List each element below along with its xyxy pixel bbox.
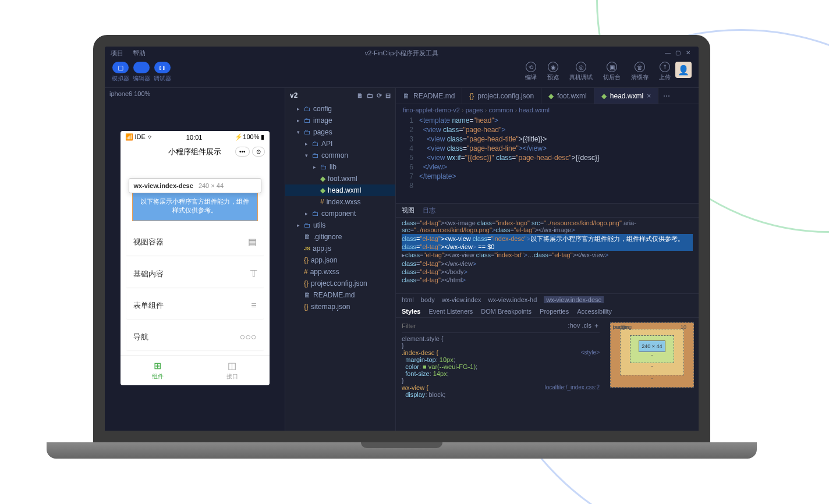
top-toolbar: ▢ 模拟器 编辑器 ⫾⫾ 调试器 ⟲编译 ◉预览 ◎真机调试 ▣切后台 🗑清缓存…	[105, 59, 699, 88]
tree-folder[interactable]: ▸🗀lib	[285, 161, 395, 173]
crumb[interactable]: common	[488, 107, 519, 113]
tree-folder[interactable]: ▸🗀component	[285, 208, 395, 219]
app-header: 小程序组件展示 ••• ⊙	[121, 143, 270, 161]
editor-tab[interactable]: 🗎README.md	[396, 88, 462, 104]
tree-file[interactable]: ◆foot.wxml	[285, 173, 395, 184]
toolbar-模拟器[interactable]: ▢ 模拟器	[112, 62, 129, 83]
close-icon[interactable]: ×	[647, 92, 651, 100]
element-breadcrumb: htmlbodywx-view.indexwx-view.index-hdwx-…	[396, 293, 699, 306]
styles-subtab[interactable]: Accessibility	[577, 308, 612, 315]
devtools-tab[interactable]: 日志	[423, 206, 435, 215]
laptop-base	[47, 442, 757, 459]
header-menu-button[interactable]: •••	[235, 147, 250, 157]
signal-indicator: 📶 IDE ᯤ	[125, 133, 154, 141]
menubar: 项目 帮助 v2-FinClip小程序开发工具 — ▢ ✕	[105, 47, 699, 59]
refresh-icon[interactable]: ⟳	[377, 92, 382, 100]
tree-file[interactable]: 🗎README.md	[285, 289, 395, 301]
devtools-tab[interactable]: 视图	[402, 206, 414, 215]
minimize-button[interactable]: —	[665, 49, 672, 56]
element-row[interactable]: ▸class="el-tag"><wx-view class="index-bd…	[402, 251, 693, 260]
toolbar-编辑器[interactable]: 编辑器	[133, 62, 150, 83]
tree-file[interactable]: {}sitemap.json	[285, 301, 395, 313]
list-item[interactable]: 基础内容𝕋	[126, 260, 264, 288]
tree-folder[interactable]: ▾🗀pages	[285, 126, 395, 138]
new-folder-icon[interactable]: 🗀	[367, 92, 373, 100]
tree-folder[interactable]: ▸🗀config	[285, 103, 395, 115]
styles-subtab[interactable]: Properties	[540, 308, 569, 315]
tool-真机调试[interactable]: ◎真机调试	[569, 62, 593, 81]
styles-subtab[interactable]: DOM Breakpoints	[481, 308, 532, 315]
tree-folder[interactable]: ▸🗀image	[285, 115, 395, 126]
file-explorer: v2 🗎 🗀 ⟳ ⊟ ▸🗀config ▸🗀image ▾🗀pages ▸🗀AP…	[285, 88, 396, 434]
editor-tab[interactable]: ◆foot.wxml	[541, 88, 594, 104]
hov-toggle[interactable]: :hov .cls ＋	[568, 321, 600, 330]
tree-file[interactable]: {}project.config.json	[285, 278, 395, 289]
tree-folder[interactable]: ▸🗀utils	[285, 219, 395, 231]
tree-file[interactable]: JSapp.js	[285, 243, 395, 254]
tool-清缓存[interactable]: 🗑清缓存	[631, 62, 649, 81]
toolbar-调试器[interactable]: ⫾⫾ 调试器	[154, 62, 171, 83]
window-title: v2-FinClip小程序开发工具	[105, 47, 699, 59]
element-row[interactable]: class="el-tag"><wx-view class="index-des…	[402, 234, 693, 251]
style-filter-input[interactable]	[402, 321, 568, 330]
menu-help[interactable]: 帮助	[133, 49, 146, 58]
styles-subtab[interactable]: Event Listeners	[428, 308, 473, 315]
list-item[interactable]: 导航○○○	[126, 324, 264, 350]
tree-file[interactable]: #index.wxss	[285, 196, 395, 208]
tree-file[interactable]: #app.wxss	[285, 266, 395, 278]
styles-subtab[interactable]: Styles	[402, 308, 420, 315]
crumb[interactable]: fino-applet-demo-v2	[403, 107, 466, 113]
breadcrumb: fino-applet-demo-v2pagescommonhead.wxml	[396, 104, 699, 116]
devtools: 视图日志 class="el-tag"><wx-image class="ind…	[396, 203, 699, 434]
element-crumb[interactable]: body	[421, 296, 435, 303]
list-item[interactable]: 表单组件≡	[126, 292, 264, 319]
tree-file[interactable]: 🗎.gitignore	[285, 231, 395, 243]
tool-切后台[interactable]: ▣切后台	[603, 62, 621, 81]
crumb[interactable]: head.wxml	[519, 107, 550, 113]
main-area: iphone6 100% 📶 IDE ᯤ 10:01 ⚡100% ▮ 小程序组件…	[105, 88, 699, 434]
tooltip-selector: wx-view.index-desc	[134, 182, 193, 189]
inspector-tooltip: wx-view.index-desc 240 × 44	[129, 178, 261, 193]
element-row[interactable]: class="el-tag"></body>	[402, 268, 693, 276]
box-content-size: 240 × 44	[639, 340, 665, 352]
editor-tab[interactable]: ◆head.wxml×	[594, 88, 658, 104]
header-close-button[interactable]: ⊙	[252, 147, 265, 157]
tree-folder[interactable]: ▾🗀common	[285, 150, 395, 161]
editor-tab-strip: 🗎README.md {}project.config.json ◆foot.w…	[396, 88, 699, 104]
crumb[interactable]: pages	[466, 107, 489, 113]
element-crumb[interactable]: wx-view.index-hd	[488, 296, 537, 303]
tabbar-item[interactable]: ⊞组件	[121, 356, 195, 385]
elements-panel[interactable]: class="el-tag"><wx-image class="index-lo…	[396, 218, 699, 293]
user-avatar[interactable]: 👤	[675, 62, 692, 78]
list-item[interactable]: 视图容器▤	[126, 228, 264, 255]
editor-tab[interactable]: {}project.config.json	[462, 88, 541, 104]
phone-preview: 📶 IDE ᯤ 10:01 ⚡100% ▮ 小程序组件展示 ••• ⊙ wx-v…	[121, 131, 270, 385]
project-root[interactable]: v2	[290, 91, 297, 100]
tree-file[interactable]: ◆head.wxml	[285, 184, 395, 196]
tab-overflow[interactable]: ⋯	[658, 88, 675, 104]
element-row[interactable]: class="el-tag"></html>	[402, 276, 693, 284]
collapse-icon[interactable]: ⊟	[385, 92, 391, 100]
editor-pane: 🗎README.md {}project.config.json ◆foot.w…	[396, 88, 699, 434]
tree-folder[interactable]: ▸🗀API	[285, 138, 395, 150]
simulator-pane: iphone6 100% 📶 IDE ᯤ 10:01 ⚡100% ▮ 小程序组件…	[105, 88, 285, 434]
style-rules[interactable]: :hov .cls ＋ element.style { } <style>.in…	[396, 318, 605, 434]
close-button[interactable]: ✕	[686, 49, 693, 56]
element-crumb[interactable]: wx-view.index	[442, 296, 481, 303]
tabbar-item[interactable]: ◫接口	[195, 356, 270, 385]
box-model: margin 10 border padding 240 × 44 -	[605, 318, 699, 434]
app-title: 小程序组件展示	[168, 147, 221, 156]
tree-file[interactable]: {}app.json	[285, 254, 395, 266]
element-row[interactable]: class="el-tag"></wx-view>	[402, 260, 693, 268]
element-row[interactable]: class="el-tag"><wx-image class="index-lo…	[402, 219, 693, 234]
tool-预览[interactable]: ◉预览	[547, 62, 559, 81]
tool-编译[interactable]: ⟲编译	[525, 62, 537, 81]
battery-indicator: ⚡100% ▮	[235, 133, 264, 141]
element-crumb[interactable]: wx-view.index-desc	[544, 296, 604, 303]
element-crumb[interactable]: html	[402, 296, 414, 303]
new-file-icon[interactable]: 🗎	[357, 92, 363, 100]
code-editor[interactable]: 12345678 <template name="head"> <view cl…	[396, 116, 675, 203]
menu-project[interactable]: 项目	[111, 49, 123, 58]
maximize-button[interactable]: ▢	[675, 49, 682, 56]
tool-上传[interactable]: ⤒上传	[659, 62, 671, 81]
